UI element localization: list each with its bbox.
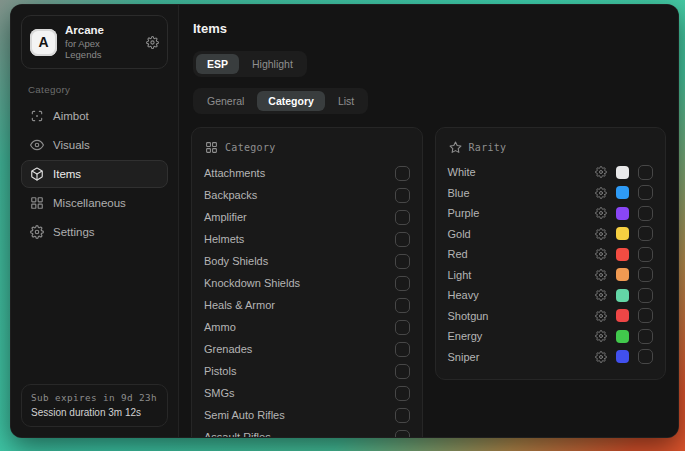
gear-icon[interactable] [595,207,607,219]
mode-option-highlight[interactable]: Highlight [241,54,304,74]
panels-row: Category Attachments Backpacks Amplifier… [191,127,666,438]
category-row-heals-armor: Heals & Armor [204,294,410,316]
checkbox[interactable] [395,342,410,357]
checkbox[interactable] [395,364,410,379]
color-swatch[interactable] [616,268,629,281]
app-name: Arcane [65,24,138,36]
color-swatch[interactable] [616,289,629,302]
category-row-pistols: Pistols [204,360,410,382]
color-swatch[interactable] [616,166,629,179]
checkbox[interactable] [638,349,653,364]
gear-icon[interactable] [595,351,607,363]
gear-icon[interactable] [595,289,607,301]
mode-option-esp[interactable]: ESP [196,54,239,74]
sidebar-item-label: Aimbot [53,110,89,122]
package-icon [30,167,44,181]
sidebar-item-items[interactable]: Items [21,160,168,188]
checkbox[interactable] [395,430,410,439]
gear-icon[interactable] [146,36,159,49]
esp-mode-toggle: ESPHighlight [193,51,307,77]
category-label: Amplifier [204,211,395,223]
checkbox[interactable] [638,267,653,282]
category-row-amplifier: Amplifier [204,206,410,228]
sidebar-item-visuals[interactable]: Visuals [21,131,168,159]
checkbox[interactable] [395,320,410,335]
rarity-row-energy: Energy [448,326,654,347]
gear-icon[interactable] [595,187,607,199]
rarity-row-light: Light [448,265,654,286]
checkbox[interactable] [638,185,653,200]
color-swatch[interactable] [616,330,629,343]
category-label: Semi Auto Rifles [204,409,395,421]
rarity-row-sniper: Sniper [448,347,654,368]
checkbox[interactable] [395,386,410,401]
color-swatch[interactable] [616,207,629,220]
category-row-smgs: SMGs [204,382,410,404]
category-panel: Category Attachments Backpacks Amplifier… [191,127,423,438]
rarity-row-gold: Gold [448,224,654,245]
gear-icon[interactable] [595,248,607,260]
category-label: Ammo [204,321,395,333]
category-label: Backpacks [204,189,395,201]
checkbox[interactable] [395,254,410,269]
sidebar: A Arcane for Apex Legends Category Aimbo… [11,5,179,437]
category-label: Attachments [204,167,395,179]
checkbox[interactable] [395,276,410,291]
tab-general[interactable]: General [196,91,255,111]
checkbox[interactable] [638,247,653,262]
rarity-label: Red [448,248,596,260]
color-swatch[interactable] [616,186,629,199]
grid-icon [30,196,44,210]
rarity-label: Sniper [448,351,596,363]
grid-small-icon [205,141,218,154]
gear-icon[interactable] [595,310,607,322]
app-window: A Arcane for Apex Legends Category Aimbo… [10,4,679,438]
gear-icon[interactable] [595,166,607,178]
checkbox[interactable] [395,232,410,247]
checkbox[interactable] [638,308,653,323]
main-content: Items ESPHighlight GeneralCategoryList C… [179,5,678,437]
gear-icon[interactable] [595,269,607,281]
checkbox[interactable] [395,188,410,203]
rarity-panel: Rarity White Blue Purple Gold Red Light [435,127,667,380]
rarity-panel-header: Rarity [449,141,654,154]
view-tabs: GeneralCategoryList [193,88,368,114]
category-label: Body Shields [204,255,395,267]
rarity-panel-title: Rarity [469,142,507,153]
gear-icon[interactable] [595,228,607,240]
tab-category[interactable]: Category [257,91,325,111]
checkbox[interactable] [638,288,653,303]
rarity-label: Heavy [448,289,596,301]
checkbox[interactable] [638,165,653,180]
checkbox[interactable] [638,329,653,344]
checkbox[interactable] [638,206,653,221]
checkbox[interactable] [395,166,410,181]
checkbox[interactable] [638,226,653,241]
category-label: Heals & Armor [204,299,395,311]
color-swatch[interactable] [616,248,629,261]
rarity-label: Gold [448,228,596,240]
rarity-label: Shotgun [448,310,596,322]
checkbox[interactable] [395,210,410,225]
color-swatch[interactable] [616,350,629,363]
rarity-label: White [448,166,596,178]
crosshair-icon [30,109,44,123]
star-icon [449,141,462,154]
category-row-knockdown-shields: Knockdown Shields [204,272,410,294]
tab-list[interactable]: List [327,91,365,111]
session-duration-text: Session duration 3m 12s [31,407,158,418]
sidebar-nav: Aimbot Visuals Items Miscellaneous Setti… [21,102,168,247]
sidebar-item-label: Settings [53,226,95,238]
checkbox[interactable] [395,298,410,313]
sidebar-item-miscellaneous[interactable]: Miscellaneous [21,189,168,217]
sidebar-item-settings[interactable]: Settings [21,218,168,246]
rarity-row-shotgun: Shotgun [448,306,654,327]
sidebar-item-aimbot[interactable]: Aimbot [21,102,168,130]
rarity-row-purple: Purple [448,203,654,224]
color-swatch[interactable] [616,309,629,322]
color-swatch[interactable] [616,227,629,240]
category-row-assault-rifles: Assault Rifles [204,426,410,438]
gear-icon[interactable] [595,330,607,342]
rarity-list: White Blue Purple Gold Red Light Heavy [448,162,654,367]
checkbox[interactable] [395,408,410,423]
